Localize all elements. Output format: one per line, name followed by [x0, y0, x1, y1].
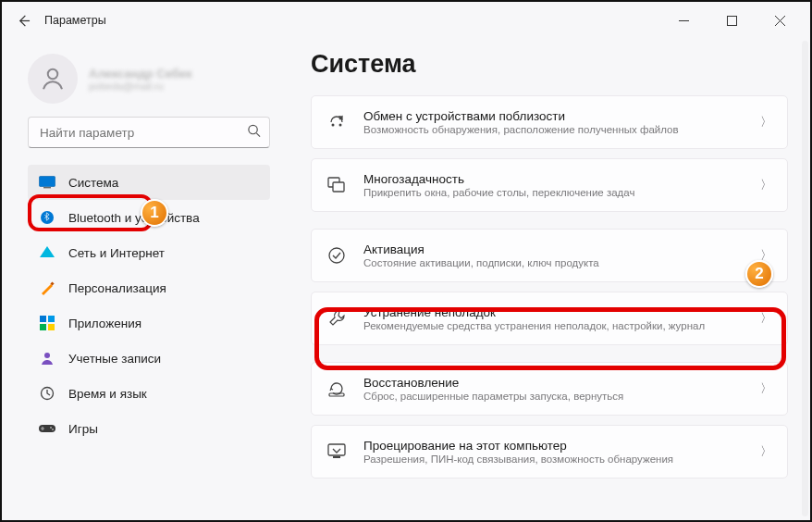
nav-item-time-language[interactable]: Время и язык	[28, 376, 270, 411]
activation-icon	[326, 245, 347, 266]
time-language-icon	[39, 385, 55, 402]
system-icon	[39, 174, 55, 191]
user-name: Александр Себек	[89, 67, 192, 81]
card-title: Многозадачность	[363, 172, 744, 186]
nav-label: Сеть и Интернет	[68, 246, 165, 260]
apps-icon	[39, 315, 55, 331]
nav-label: Игры	[68, 422, 98, 436]
card-title: Активация	[363, 242, 744, 256]
card-subtitle: Прикрепить окна, рабочие столы, переключ…	[363, 187, 744, 198]
nav-item-apps[interactable]: Приложения	[28, 305, 270, 341]
nav-label: Bluetooth и устройства	[68, 211, 200, 225]
nav-list: Система Bluetooth и устройства Сеть и Ин…	[28, 165, 270, 446]
chevron-right-icon: 〉	[760, 443, 772, 460]
recovery-icon	[326, 379, 347, 399]
svg-rect-9	[40, 324, 46, 330]
card-subtitle: Разрешения, ПИН-код связывания, возможно…	[363, 454, 744, 465]
page-title: Система	[311, 50, 788, 79]
svg-point-2	[249, 125, 257, 133]
chevron-right-icon: 〉	[760, 247, 772, 264]
chevron-right-icon: 〉	[760, 177, 772, 193]
window-body: Александр Себек pobeda@mail.ru Система B…	[2, 39, 810, 520]
card-subtitle: Возможность обнаружения, расположение по…	[363, 124, 744, 135]
minimize-icon	[679, 16, 689, 26]
nav-item-network[interactable]: Сеть и Интернет	[28, 235, 270, 270]
card-subtitle: Сброс, расширенные параметры запуска, ве…	[363, 391, 744, 402]
card-subtitle: Состояние активации, подписки, ключ прод…	[363, 257, 744, 268]
user-block[interactable]: Александр Себек pobeda@mail.ru	[28, 54, 270, 104]
search-input[interactable]	[28, 117, 270, 148]
maximize-button[interactable]	[718, 6, 745, 34]
svg-rect-19	[333, 182, 344, 192]
nav-item-personalization[interactable]: Персонализация	[28, 270, 270, 305]
network-icon	[39, 244, 55, 261]
svg-rect-8	[48, 316, 55, 322]
arrow-left-icon	[17, 14, 31, 28]
nav-item-gaming[interactable]: Игры	[28, 411, 270, 446]
chevron-right-icon: 〉	[760, 310, 772, 327]
user-email: pobeda@mail.ru	[89, 81, 192, 92]
card-title: Устранение неполадок	[363, 305, 744, 319]
share-icon	[326, 112, 347, 132]
svg-point-20	[329, 248, 344, 263]
sidebar: Александр Себек pobeda@mail.ru Система B…	[2, 39, 285, 520]
titlebar: Параметры	[2, 2, 810, 39]
svg-rect-4	[43, 187, 51, 188]
main-content: Система Обмен с устройствами поблизостиВ…	[285, 39, 810, 520]
svg-rect-10	[48, 324, 55, 330]
personalization-icon	[39, 280, 55, 296]
multitasking-icon	[326, 175, 347, 195]
chevron-right-icon: 〉	[760, 380, 772, 397]
svg-rect-3	[40, 177, 55, 187]
maximize-icon	[727, 16, 737, 26]
nav-label: Персонализация	[68, 281, 166, 295]
card-nearby-sharing[interactable]: Обмен с устройствами поблизостиВозможнос…	[311, 95, 788, 149]
minimize-button[interactable]	[670, 6, 697, 34]
bluetooth-icon	[39, 209, 55, 226]
user-text: Александр Себек pobeda@mail.ru	[89, 67, 192, 92]
search-icon	[247, 124, 261, 142]
window-controls	[670, 6, 801, 34]
card-title: Обмен с устройствами поблизости	[363, 109, 744, 123]
card-projecting[interactable]: Проецирование на этот компьютерРазрешени…	[311, 425, 788, 478]
troubleshoot-icon	[326, 308, 347, 329]
svg-point-11	[44, 353, 50, 358]
back-button[interactable]	[11, 8, 35, 32]
nav-item-accounts[interactable]: Учетные записи	[28, 341, 270, 376]
svg-point-17	[339, 124, 342, 127]
projecting-icon	[326, 441, 347, 462]
nav-item-system[interactable]: Система	[28, 165, 270, 200]
svg-rect-22	[328, 444, 345, 455]
gaming-icon	[39, 420, 55, 437]
close-button[interactable]	[766, 6, 794, 34]
nav-label: Приложения	[68, 317, 141, 330]
search-box	[28, 117, 270, 148]
scrollbar[interactable]	[802, 41, 808, 516]
svg-point-14	[50, 427, 52, 429]
card-title: Восстановление	[363, 376, 744, 390]
nav-label: Время и язык	[68, 387, 147, 401]
svg-point-16	[332, 124, 335, 127]
nav-label: Учетные записи	[68, 352, 161, 366]
close-icon	[775, 16, 785, 26]
svg-rect-23	[333, 456, 340, 458]
svg-rect-0	[727, 16, 736, 25]
avatar	[28, 54, 78, 104]
chevron-right-icon: 〉	[760, 114, 772, 130]
card-troubleshoot[interactable]: Устранение неполадокРекомендуемые средст…	[311, 292, 788, 345]
accounts-icon	[39, 350, 55, 367]
card-activation[interactable]: АктивацияСостояние активации, подписки, …	[311, 229, 788, 282]
settings-window: Параметры Александр Себек pobeda@mail.ru	[0, 0, 812, 522]
svg-point-1	[48, 69, 58, 80]
card-multitasking[interactable]: МногозадачностьПрикрепить окна, рабочие …	[311, 158, 788, 212]
card-subtitle: Рекомендуемые средства устранения непола…	[363, 320, 744, 331]
nav-item-bluetooth[interactable]: Bluetooth и устройства	[28, 200, 270, 235]
nav-label: Система	[68, 176, 118, 190]
window-title: Параметры	[44, 14, 106, 27]
svg-point-15	[52, 429, 54, 430]
card-recovery[interactable]: ВосстановлениеСброс, расширенные парамет…	[311, 362, 788, 416]
card-title: Проецирование на этот компьютер	[363, 439, 744, 453]
svg-rect-7	[40, 316, 46, 322]
person-icon	[39, 65, 67, 93]
